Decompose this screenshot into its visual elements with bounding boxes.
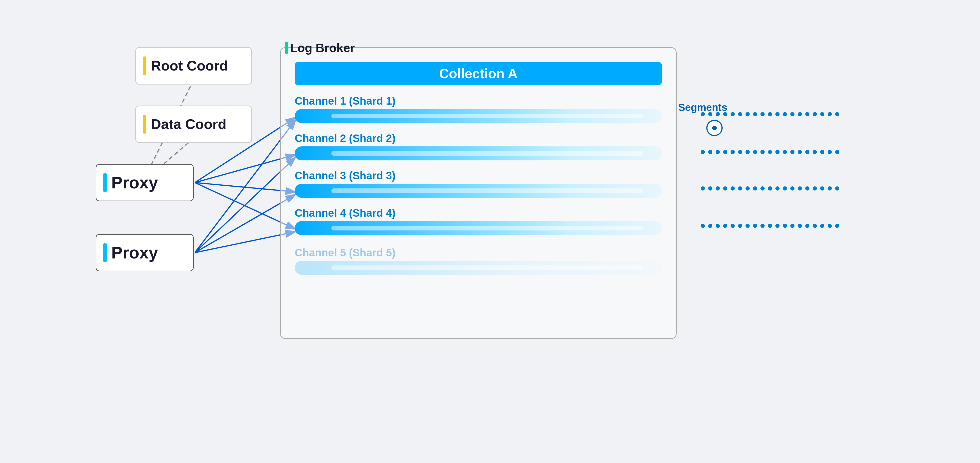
dot <box>723 186 727 190</box>
root-coord-accent <box>143 56 146 75</box>
dot <box>805 224 810 228</box>
dot <box>760 150 765 154</box>
dot <box>730 150 735 154</box>
dot <box>813 112 817 116</box>
dot <box>820 186 824 190</box>
root-coord-label: Root Coord <box>151 57 228 74</box>
channel-3-label: Channel 3 (Shard 3) <box>295 169 662 182</box>
dot <box>775 112 780 116</box>
dot <box>753 150 757 154</box>
dot <box>701 112 705 116</box>
dot <box>716 186 720 190</box>
dot-line-3 <box>701 187 839 190</box>
channel-row-2: Channel 2 (Shard 2) <box>295 132 662 158</box>
channel-row-4: Channel 4 (Shard 4) <box>295 207 662 232</box>
dot <box>746 112 750 116</box>
proxy1-label: Proxy <box>111 173 158 192</box>
dot <box>708 186 713 190</box>
dot <box>768 186 772 190</box>
channel-5-label: Channel 5 (Shard 5) <box>295 246 662 259</box>
dot <box>760 186 765 190</box>
dot <box>798 186 802 190</box>
log-broker-label: Log Broker <box>290 41 355 55</box>
dot <box>827 112 832 116</box>
proxy2-box: Proxy <box>95 234 194 271</box>
dot <box>775 186 780 190</box>
segment-circle <box>706 120 722 136</box>
dot <box>708 112 713 116</box>
proxy1-accent <box>103 173 107 192</box>
dot <box>708 224 713 228</box>
data-coord-accent <box>143 115 146 134</box>
dot <box>820 224 824 228</box>
dot <box>783 150 787 154</box>
dot <box>768 112 772 116</box>
dot <box>746 224 750 228</box>
dot <box>827 224 832 228</box>
dot <box>768 224 772 228</box>
dot <box>723 150 727 154</box>
dot <box>746 186 750 190</box>
dot <box>813 186 817 190</box>
dot <box>805 186 810 190</box>
dot <box>835 224 839 228</box>
dot <box>805 150 810 154</box>
dot <box>716 112 720 116</box>
log-broker-container: Log Broker Collection A Channel 1 (Shard… <box>280 47 677 339</box>
root-coord-box: Root Coord <box>135 47 252 85</box>
dot <box>738 224 742 228</box>
dot <box>738 186 742 190</box>
dot <box>738 112 742 116</box>
dot <box>835 186 839 190</box>
dot <box>775 224 780 228</box>
dot <box>827 150 832 154</box>
dot <box>790 186 794 190</box>
dot <box>701 224 705 228</box>
dot <box>783 186 787 190</box>
dot <box>783 112 787 116</box>
dot <box>813 150 817 154</box>
channel-4-label: Channel 4 (Shard 4) <box>295 207 662 219</box>
dot <box>701 186 705 190</box>
dot-line-4 <box>701 224 839 227</box>
dot <box>708 150 713 154</box>
dot-line-1 <box>701 113 839 116</box>
dot <box>723 224 727 228</box>
channel-row-1: Channel 1 (Shard 1) <box>295 94 662 120</box>
proxy2-label: Proxy <box>111 243 158 262</box>
dot <box>730 186 735 190</box>
dot <box>753 112 757 116</box>
dot <box>790 112 794 116</box>
dot <box>716 224 720 228</box>
dot-line-2 <box>701 151 839 153</box>
channel-row-3: Channel 3 (Shard 3) <box>295 169 662 195</box>
channel-2-bar <box>295 146 662 160</box>
dot <box>820 150 824 154</box>
dot <box>753 224 757 228</box>
channel-row-5: Channel 5 (Shard 5) <box>295 246 662 272</box>
dot <box>730 224 735 228</box>
collection-a-label: Collection A <box>439 65 517 81</box>
proxy2-accent <box>103 243 107 262</box>
channel-3-bar <box>295 184 662 198</box>
dot <box>760 224 765 228</box>
collection-a-header: Collection A <box>295 62 662 85</box>
dot <box>813 224 817 228</box>
dot <box>798 150 802 154</box>
dot <box>783 224 787 228</box>
log-broker-accent <box>285 42 288 54</box>
dot <box>790 150 794 154</box>
dot <box>798 224 802 228</box>
dot <box>835 112 839 116</box>
dot <box>820 112 824 116</box>
log-broker-label-container: Log Broker <box>285 41 355 55</box>
dot <box>768 150 772 154</box>
dot <box>798 112 802 116</box>
dot <box>835 150 839 154</box>
dot <box>730 112 735 116</box>
dot <box>738 150 742 154</box>
dot <box>746 150 750 154</box>
data-coord-box: Data Coord <box>135 105 252 143</box>
dot <box>775 150 780 154</box>
dot <box>790 224 794 228</box>
